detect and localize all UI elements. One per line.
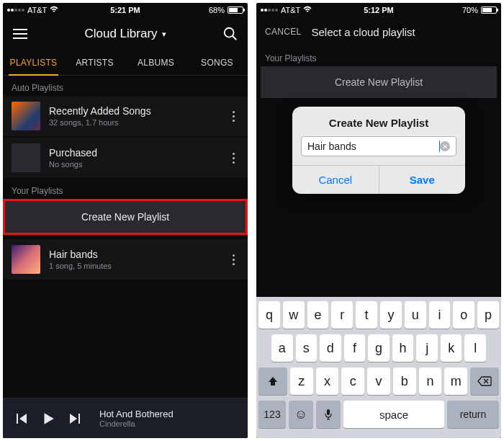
previous-track-icon[interactable]: [10, 408, 32, 429]
chevron-down-icon: ▾: [162, 30, 166, 39]
your-playlists-label: Your Playlists: [3, 179, 248, 199]
play-icon[interactable]: [37, 408, 59, 429]
svg-line-1: [233, 36, 237, 40]
more-icon[interactable]: [228, 111, 239, 122]
tab-songs[interactable]: SONGS: [186, 50, 248, 75]
status-bar: AT&T 5:21 PM 68%: [3, 3, 248, 17]
wifi-icon: [50, 6, 58, 14]
signal-dots-icon: [7, 9, 24, 12]
create-new-playlist-button[interactable]: Create New Playlist: [3, 199, 248, 235]
search-icon[interactable]: [222, 25, 239, 43]
tab-playlists[interactable]: PLAYLISTS: [3, 50, 64, 75]
playlist-title: Recently Added Songs: [49, 105, 228, 117]
library-title-dropdown[interactable]: Cloud Library ▾: [84, 27, 166, 41]
more-icon[interactable]: [228, 153, 239, 164]
more-icon[interactable]: [228, 254, 239, 265]
dialog-cancel-button[interactable]: Cancel: [292, 166, 379, 194]
now-playing-artist: Cinderella: [99, 419, 174, 428]
now-playing-bar[interactable]: Hot And Bothered Cinderella: [3, 398, 248, 438]
playlist-name-input[interactable]: [307, 141, 440, 152]
playlist-row-recently-added[interactable]: Recently Added Songs 32 songs, 1.7 hours: [3, 96, 248, 136]
playlist-artwork-icon: [12, 143, 40, 172]
playlist-subtitle: No songs: [49, 160, 228, 169]
playlist-subtitle: 1 song, 5 minutes: [49, 262, 228, 270]
playlist-artwork-icon: [12, 245, 40, 274]
phone-right-create-playlist: AT&T 5:12 PM 70% CANCEL Select a cloud p…: [256, 3, 501, 438]
playlist-name-field[interactable]: ✕: [301, 136, 456, 156]
tab-albums[interactable]: ALBUMS: [125, 50, 186, 75]
dialog-title: Create New Playlist: [292, 107, 465, 136]
clock: 5:21 PM: [86, 6, 164, 14]
dialog-overlay: Create New Playlist ✕ Cancel Save: [256, 3, 501, 438]
playlist-title: Hair bands: [49, 249, 228, 260]
playlist-title: Purchased: [49, 147, 228, 159]
dialog-save-button[interactable]: Save: [379, 166, 466, 194]
clear-input-icon[interactable]: ✕: [440, 141, 450, 151]
playlist-row-hair-bands[interactable]: Hair bands 1 song, 5 minutes: [3, 239, 248, 280]
phone-left-library: AT&T 5:21 PM 68% Cloud Library ▾ PLAYLIS…: [3, 3, 248, 438]
tab-artists[interactable]: ARTISTS: [64, 50, 125, 75]
library-header: Cloud Library ▾: [3, 17, 248, 50]
battery-icon: [228, 6, 243, 14]
create-playlist-dialog: Create New Playlist ✕ Cancel Save: [292, 107, 465, 194]
battery-pct: 68%: [209, 6, 225, 14]
playlist-subtitle: 32 songs, 1.7 hours: [49, 118, 228, 127]
auto-playlists-label: Auto Playlists: [3, 76, 248, 96]
carrier-label: AT&T: [27, 6, 47, 14]
library-tabs: PLAYLISTS ARTISTS ALBUMS SONGS: [3, 50, 248, 76]
menu-icon[interactable]: [12, 25, 29, 43]
svg-point-0: [225, 28, 234, 37]
now-playing-title: Hot And Bothered: [99, 409, 174, 419]
next-track-icon[interactable]: [65, 408, 86, 429]
playlist-row-purchased[interactable]: Purchased No songs: [3, 137, 248, 178]
playlist-artwork-icon: [12, 102, 40, 130]
library-title-text: Cloud Library: [84, 27, 157, 41]
